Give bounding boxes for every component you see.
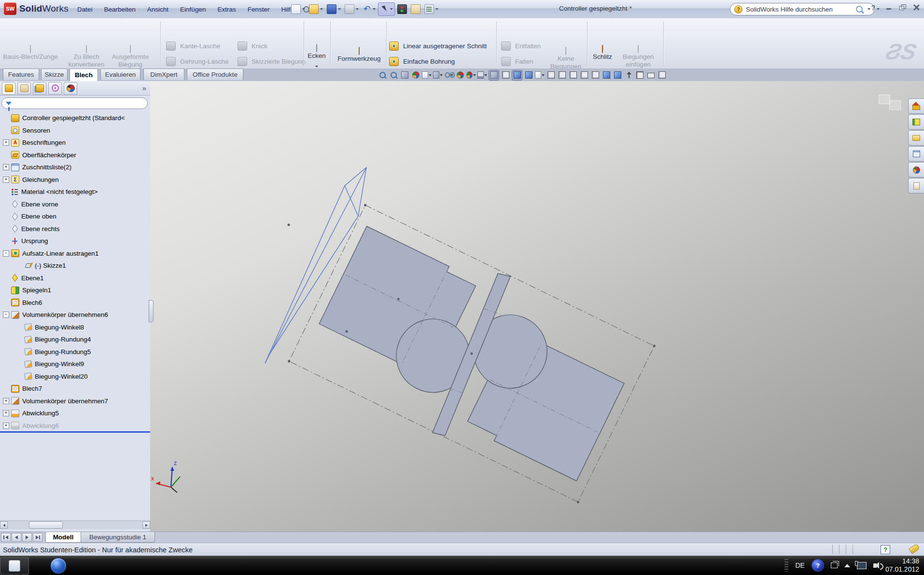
dropdown-arrow-icon[interactable] xyxy=(338,8,341,10)
tray-help-icon[interactable]: ? xyxy=(812,559,824,572)
view-front-icon[interactable] xyxy=(546,70,556,80)
close-button[interactable] xyxy=(912,4,920,11)
tree-item[interactable]: + Abwicklung5 xyxy=(0,407,150,420)
viewport-single-icon[interactable] xyxy=(646,70,656,80)
scroll-left-arrow[interactable] xyxy=(0,521,8,529)
shadows-icon[interactable] xyxy=(535,70,545,80)
taskbar-photo-viewer[interactable] xyxy=(0,557,29,575)
tree-item[interactable]: + Σ Gleichungen xyxy=(0,174,150,186)
tree-item[interactable]: Material <nicht festgelegt> xyxy=(0,186,150,198)
kante-lasche-button[interactable]: Kante-Lasche xyxy=(166,39,220,53)
menu-item[interactable]: Einfügen xyxy=(174,4,211,15)
restore-button[interactable] xyxy=(899,4,907,11)
tab-office-produkte[interactable]: Office Produkte xyxy=(187,68,243,80)
tab-blech[interactable]: Blech xyxy=(70,68,98,81)
expander-icon[interactable]: + xyxy=(3,423,9,429)
first-tab-button[interactable] xyxy=(1,533,11,542)
falten-button[interactable]: Falten xyxy=(501,54,533,68)
view-top-icon[interactable] xyxy=(590,70,600,80)
menu-item[interactable]: Extras xyxy=(211,4,241,15)
tree-item[interactable]: Blech7 xyxy=(0,383,150,395)
tree-item[interactable]: Biegung-Rundung4 xyxy=(0,333,150,346)
minimize-button[interactable] xyxy=(885,4,893,11)
formwerkzeug-button[interactable]: Formwerkzeug xyxy=(333,40,385,70)
configurationmanager-tab[interactable] xyxy=(33,82,46,95)
menu-item[interactable]: Datei xyxy=(71,4,98,15)
view-palette-tab[interactable] xyxy=(908,146,924,162)
draft-analysis-icon[interactable] xyxy=(477,70,487,80)
tree-item[interactable]: Ebene vorne xyxy=(0,198,150,211)
previous-view-icon[interactable] xyxy=(422,70,432,80)
status-help-icon[interactable]: ? xyxy=(881,545,890,554)
appearances-scenes-tab[interactable] xyxy=(908,162,924,178)
view-left-icon[interactable] xyxy=(568,70,578,80)
dropdown-arrow-icon[interactable] xyxy=(302,8,305,10)
design-library-tab[interactable] xyxy=(908,114,924,130)
tree-item[interactable]: Spiegeln1 xyxy=(0,284,150,297)
zoom-area-icon[interactable] xyxy=(389,70,398,80)
knick-button[interactable]: Knick xyxy=(238,39,267,53)
gehrung-lasche-button[interactable]: Gehrung-Lasche xyxy=(166,54,229,68)
new-document-button[interactable] xyxy=(290,3,307,15)
last-tab-button[interactable] xyxy=(33,533,42,542)
tab-evaluieren[interactable]: Evaluieren xyxy=(100,68,140,80)
expander-icon[interactable]: + xyxy=(3,164,9,170)
rebuild-button[interactable] xyxy=(396,3,408,15)
save-button[interactable] xyxy=(325,3,342,15)
select-button[interactable] xyxy=(378,2,395,16)
view-trimetric-icon[interactable] xyxy=(613,70,622,80)
dropdown-arrow-icon[interactable] xyxy=(373,8,376,10)
section-view-icon[interactable] xyxy=(433,70,443,80)
viewport-grid-icon[interactable] xyxy=(635,70,644,80)
expander-icon[interactable]: + xyxy=(3,410,9,416)
tree-item[interactable]: Biegung-Winkel20 xyxy=(0,370,150,383)
panel-splitter-handle[interactable] xyxy=(149,300,154,322)
tree-item[interactable]: Biegung-Rundung5 xyxy=(0,346,150,358)
dropdown-arrow-icon[interactable] xyxy=(390,8,393,10)
link-views-icon[interactable] xyxy=(657,70,667,80)
pan-icon[interactable] xyxy=(400,70,409,80)
view-settings-icon[interactable] xyxy=(444,70,454,80)
tray-volume-icon[interactable] xyxy=(873,563,877,568)
status-tag-icon[interactable] xyxy=(909,543,920,554)
start-button[interactable] xyxy=(50,558,67,574)
tab-features[interactable]: Features xyxy=(3,68,39,80)
file-explorer-tab[interactable] xyxy=(908,130,924,146)
tree-item[interactable]: Ebene rechts xyxy=(0,223,150,235)
expander-icon[interactable]: + xyxy=(3,139,9,146)
propertymanager-tab[interactable] xyxy=(17,82,31,95)
shaded-icon[interactable] xyxy=(524,70,533,80)
shaded-edges-icon[interactable] xyxy=(512,70,522,81)
dimxpertmanager-tab[interactable] xyxy=(48,82,62,95)
tree-item[interactable]: Biegung-Winkel9 xyxy=(0,358,150,370)
custom-properties-tab[interactable] xyxy=(908,178,924,193)
zoom-fit-icon[interactable] xyxy=(378,70,387,80)
undo-button[interactable]: ↶ xyxy=(361,3,377,15)
expander-icon[interactable]: + xyxy=(3,398,9,404)
panel-more-button[interactable]: » xyxy=(142,84,146,92)
view-back-icon[interactable] xyxy=(557,70,567,80)
einfache-bohrung-button[interactable]: Einfache Bohrung xyxy=(389,54,455,68)
tree-item[interactable]: − Volumenkörper übernehmen6 xyxy=(0,309,150,321)
clock[interactable]: 14:38 07.01.2012 xyxy=(885,557,919,574)
search-dropdown-icon[interactable] xyxy=(868,8,870,10)
search-magnifier-icon[interactable] xyxy=(856,6,863,13)
schlitz-button[interactable]: Schlitz xyxy=(590,38,615,68)
tray-display-icon[interactable] xyxy=(857,562,867,569)
previous-tab-button[interactable] xyxy=(12,533,21,542)
tray-window-icon[interactable] xyxy=(831,562,838,568)
skizzierte-biegung-button[interactable]: Skizzierte Biegung xyxy=(238,54,306,68)
open-button[interactable] xyxy=(308,3,324,15)
menu-item[interactable]: Fenster xyxy=(242,4,276,15)
tree-item[interactable]: + A Beschriftungen xyxy=(0,137,150,149)
linear-schnitt-button[interactable]: Linear ausgetragener Schnitt xyxy=(389,39,487,53)
tree-item[interactable]: Biegung-Winkel8 xyxy=(0,321,150,334)
home-tab[interactable] xyxy=(908,98,924,114)
tree-item[interactable]: Ursprung xyxy=(0,235,150,247)
help-search-input[interactable]: SolidWorks Hilfe durchsuchen xyxy=(746,6,853,13)
expander-icon[interactable]: − xyxy=(3,250,9,257)
print-button[interactable] xyxy=(343,3,360,15)
graphics-viewport[interactable]: z x xyxy=(150,81,924,532)
panel-horizontal-scrollbar[interactable] xyxy=(0,520,150,529)
entfalten-button[interactable]: Entfalten xyxy=(501,39,541,53)
